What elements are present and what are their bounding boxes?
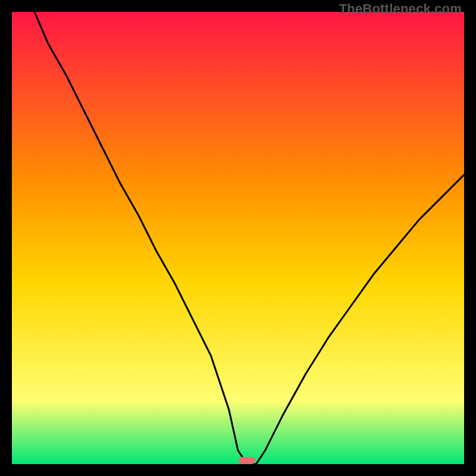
optimal-marker: [239, 457, 255, 464]
watermark-text: TheBottleneck.com: [339, 1, 462, 17]
bottleneck-chart: [12, 12, 464, 464]
gradient-background: [12, 12, 464, 464]
chart-svg: [12, 12, 464, 464]
